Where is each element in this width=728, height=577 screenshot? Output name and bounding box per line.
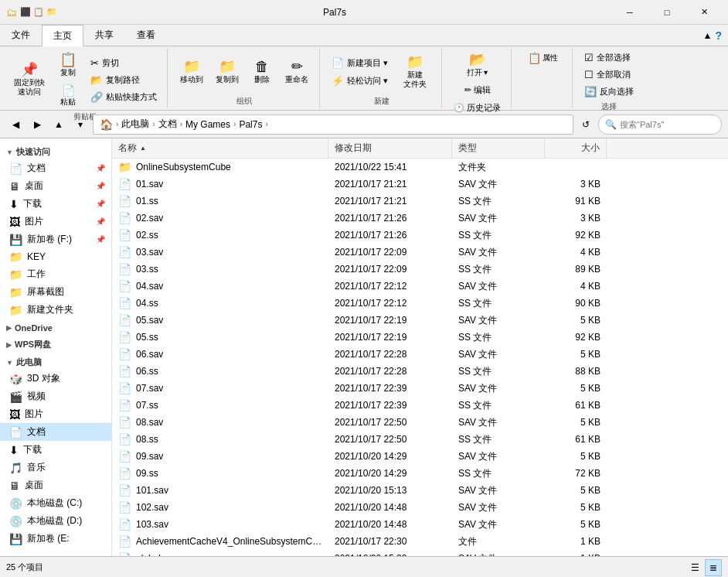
delete-button[interactable]: 🗑 删除 (247, 56, 277, 87)
sidebar-item-key[interactable]: 📁 KEY (0, 248, 111, 265)
paste-shortcut-button[interactable]: 🔗 粘贴快捷方式 (87, 89, 161, 105)
sidebar-section-onedrive[interactable]: ▶ OneDrive (0, 319, 111, 334)
table-row[interactable]: 📄 09.ss 2021/10/20 14:29 SS 文件 72 KB (112, 465, 728, 482)
paste-button[interactable]: 📄 粘贴 (53, 82, 83, 110)
invert-select-button[interactable]: 🔄 反向选择 (580, 84, 638, 100)
table-row[interactable]: 📄 04.sav 2021/10/17 22:12 SAV 文件 4 KB (112, 278, 728, 295)
open-button[interactable]: 📂 打开 ▾ (462, 50, 493, 80)
table-row[interactable]: 📄 03.sav 2021/10/17 22:09 SAV 文件 4 KB (112, 244, 728, 261)
file-date: 2021/10/17 22:09 (335, 264, 407, 275)
select-all-button[interactable]: ☑ 全部选择 (580, 50, 638, 66)
table-row[interactable]: 📄 global.sav 2021/10/20 15:32 SAV 文件 1 K… (112, 550, 728, 556)
view-detail-button[interactable]: ≣ (705, 559, 722, 576)
breadcrumb-pal7s[interactable]: Pal7s (239, 119, 262, 130)
col-name[interactable]: 名称 ▲ (112, 138, 328, 158)
edit-button[interactable]: ✏ 编辑 (461, 82, 495, 98)
table-row[interactable]: 📄 101.sav 2021/10/20 15:13 SAV 文件 5 KB (112, 482, 728, 499)
file-type: SAV 文件 (458, 518, 497, 531)
file-name-cell: 📁 OnlineSubsystemCube (112, 159, 328, 176)
rename-button[interactable]: ✏ 重命名 (281, 56, 313, 87)
sidebar-item-downloads[interactable]: ⬇ 下载 📌 (0, 195, 111, 213)
sidebar-item-downloads2[interactable]: ⬇ 下载 (0, 441, 111, 459)
tab-home[interactable]: 主页 (42, 25, 83, 46)
sidebar-item-local-d[interactable]: 💿 本地磁盘 (D:) (0, 512, 111, 530)
select-none-button[interactable]: ☐ 全部取消 (580, 67, 638, 83)
breadcrumb-pc[interactable]: 此电脑 (121, 118, 149, 131)
properties-button[interactable]: 📋 属性 (519, 50, 566, 67)
table-row[interactable]: 📄 03.ss 2021/10/17 22:09 SS 文件 89 KB (112, 261, 728, 278)
table-row[interactable]: 📄 08.ss 2021/10/17 22:50 SS 文件 61 KB (112, 431, 728, 448)
move-to-button[interactable]: 📁 移动到 (175, 56, 208, 87)
table-row[interactable]: 📄 103.sav 2021/10/20 14:48 SAV 文件 5 KB (112, 516, 728, 533)
search-bar[interactable]: 🔍 (598, 114, 722, 135)
sidebar-item-pictures[interactable]: 🖼 图片 📌 (0, 213, 111, 230)
col-type[interactable]: 类型 (452, 138, 545, 158)
sidebar-item-music[interactable]: 🎵 音乐 (0, 459, 111, 476)
sidebar-item-videos[interactable]: 🎬 视频 (0, 388, 111, 405)
up-button[interactable]: ▲ (49, 115, 68, 134)
search-input[interactable] (620, 120, 715, 129)
sidebar-item-local-c[interactable]: 💿 本地磁盘 (C:) (0, 494, 111, 512)
sidebar-item-pictures2[interactable]: 🖼 图片 (0, 405, 111, 423)
sidebar-item-documents[interactable]: 📄 文档 📌 (0, 159, 111, 177)
copy-path-button[interactable]: 📂 复制路径 (87, 72, 161, 88)
table-row[interactable]: 📄 08.sav 2021/10/17 22:50 SAV 文件 5 KB (112, 414, 728, 431)
sidebar-item-3dobjects[interactable]: 🎲 3D 对象 (0, 370, 111, 388)
address-bar[interactable]: 🏠 › 此电脑 › 文档 › My Games › Pal7s › (93, 114, 573, 135)
organize-label: 组织 (236, 94, 252, 107)
col-date[interactable]: 修改日期 (328, 138, 452, 158)
sidebar-item-newvol[interactable]: 💾 新加卷 (F:) 📌 (0, 230, 111, 248)
tab-share[interactable]: 共享 (83, 25, 125, 46)
table-row[interactable]: 📁 OnlineSubsystemCube 2021/10/22 15:41 文… (112, 159, 728, 176)
file-icon: 📄 (118, 450, 131, 463)
table-row[interactable]: 📄 02.sav 2021/10/17 21:26 SAV 文件 3 KB (112, 210, 728, 227)
sidebar-item-newvol-e[interactable]: 💾 新加卷 (E: (0, 530, 111, 548)
view-list-button[interactable]: ☰ (686, 559, 703, 576)
sidebar-item-work[interactable]: 📁 工作 (0, 265, 111, 283)
table-row[interactable]: 📄 09.sav 2021/10/20 14:29 SAV 文件 5 KB (112, 448, 728, 465)
cut-button[interactable]: ✂ 剪切 (87, 55, 161, 71)
tab-file[interactable]: 文件 (0, 25, 42, 46)
sidebar-item-desktop[interactable]: 🖥 桌面 📌 (0, 177, 111, 195)
table-row[interactable]: 📄 05.sav 2021/10/17 22:19 SAV 文件 5 KB (112, 312, 728, 329)
table-row[interactable]: 📄 102.sav 2021/10/20 14:48 SAV 文件 5 KB (112, 499, 728, 516)
table-row[interactable]: 📄 05.ss 2021/10/17 22:19 SS 文件 92 KB (112, 329, 728, 346)
sidebar-item-screenshot[interactable]: 📁 屏幕截图 (0, 283, 111, 301)
forward-button[interactable]: ▶ (28, 115, 46, 134)
copy-to-button[interactable]: 📁 复制到 (211, 56, 243, 87)
breadcrumb-mygames[interactable]: My Games (185, 119, 230, 130)
table-row[interactable]: 📄 01.ss 2021/10/17 21:21 SS 文件 91 KB (112, 193, 728, 210)
close-button[interactable]: ✕ (686, 1, 722, 24)
copy-button[interactable]: 📋 复制 (53, 50, 83, 80)
sidebar-item-documents2[interactable]: 📄 文档 (0, 423, 111, 441)
table-row[interactable]: 📄 06.ss 2021/10/17 22:28 SS 文件 88 KB (112, 363, 728, 380)
maximize-button[interactable]: □ (649, 1, 685, 24)
minimize-button[interactable]: ─ (612, 1, 648, 24)
breadcrumb-docs[interactable]: 文档 (158, 118, 177, 131)
sidebar-section-wps[interactable]: ▶ WPS网盘 (0, 334, 111, 352)
history-button[interactable]: 🕐 历史记录 (450, 100, 505, 116)
table-row[interactable]: 📄 07.sav 2021/10/17 22:39 SAV 文件 5 KB (112, 380, 728, 397)
sidebar-section-thispc[interactable]: ▼ 此电脑 (0, 352, 111, 370)
tab-view[interactable]: 查看 (125, 25, 167, 46)
refresh-button[interactable]: ↺ (577, 115, 595, 134)
table-row[interactable]: 📄 07.ss 2021/10/17 22:39 SS 文件 61 KB (112, 397, 728, 414)
easy-access-button[interactable]: ⚡ 轻松访问 ▾ (328, 73, 392, 89)
up-chevron-icon[interactable]: ▲ (703, 30, 713, 41)
table-row[interactable]: 📄 06.sav 2021/10/17 22:28 SAV 文件 5 KB (112, 346, 728, 363)
table-row[interactable]: 📄 02.ss 2021/10/17 21:26 SS 文件 92 KB (112, 227, 728, 244)
help-icon[interactable]: ? (715, 29, 722, 42)
table-row[interactable]: 📄 AchievementCacheV4_OnlineSubsystemCu..… (112, 533, 728, 550)
sidebar-item-newfolder[interactable]: 📁 新建文件夹 (0, 301, 111, 319)
new-folder-button[interactable]: 📁 新建文件夹 (395, 52, 435, 92)
table-row[interactable]: 📄 01.sav 2021/10/17 21:21 SAV 文件 3 KB (112, 176, 728, 193)
new-item-button[interactable]: 📄 新建项目 ▾ (328, 55, 392, 71)
table-row[interactable]: 📄 04.ss 2021/10/17 22:12 SS 文件 90 KB (112, 295, 728, 312)
back-button[interactable]: ◀ (6, 115, 25, 134)
sidebar-item-desktop2[interactable]: 🖥 桌面 (0, 476, 111, 494)
sidebar-section-quickaccess[interactable]: ▼ 快速访问 (0, 142, 111, 159)
col-size[interactable]: 大小 (545, 138, 607, 158)
file-date-cell: 2021/10/17 22:50 (328, 414, 452, 431)
pin-button[interactable]: 📌 固定到快速访问 (9, 60, 49, 100)
recent-button[interactable]: ▾ (71, 115, 90, 134)
